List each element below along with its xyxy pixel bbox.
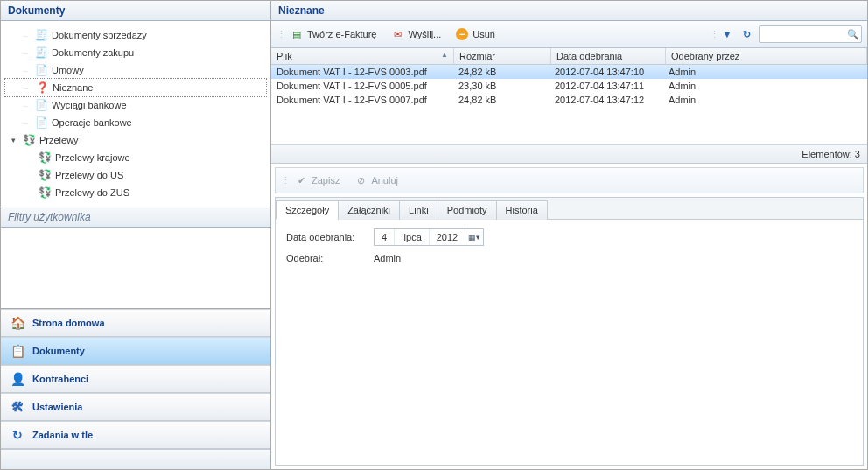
nav-label: Strona domowa	[32, 318, 105, 328]
nav-label: Kontrahenci	[32, 374, 88, 384]
tree-item[interactable]: 💱Przelewy do US	[4, 166, 267, 184]
tree-item-icon: 📄	[34, 63, 48, 77]
tree-item-label: Dokumenty sprzedaży	[52, 30, 147, 40]
send-button[interactable]: ✉ Wyślij...	[384, 25, 447, 44]
date-day[interactable]: 4	[374, 229, 395, 245]
filter-icon[interactable]: ▼	[720, 27, 734, 41]
nav-item[interactable]: 🛠Ustawienia	[1, 393, 270, 421]
create-icon: ▤	[290, 27, 304, 41]
grid-header: Plik▲ Rozmiar Data odebrania Odebrany pr…	[271, 48, 867, 65]
table-row[interactable]: Dokument VAT I - 12-FVS 0003.pdf24,82 kB…	[271, 65, 867, 79]
toolbar-grip-icon: ⋮	[276, 29, 282, 40]
nav-icon: 🏠	[10, 315, 25, 331]
tree-item-label: Przelewy krajowe	[55, 152, 130, 163]
tab-historia[interactable]: Historia	[496, 200, 548, 220]
table-cell: Admin	[663, 79, 867, 93]
tree-item-label: Wyciągi bankowe	[52, 100, 127, 110]
tree-item[interactable]: ▾💱Przelewy	[4, 131, 267, 149]
tree-item-label: Dokumenty zakupu	[52, 47, 134, 58]
delete-label: Usuń	[472, 29, 495, 39]
received-by-label: Odebrał:	[286, 253, 365, 263]
filters-title: Filtry użytkownika	[1, 207, 270, 228]
tree-item-icon: 🧾	[34, 46, 48, 60]
table-cell: 23,30 kB	[453, 79, 550, 93]
col-date[interactable]: Data odebrania	[551, 48, 666, 64]
tree-bullet-icon: …	[20, 120, 31, 125]
nav-icon: 📋	[10, 343, 25, 359]
send-icon: ✉	[390, 27, 404, 41]
cancel-button[interactable]: ⊘ Anuluj	[347, 171, 404, 190]
table-cell: Dokument VAT I - 12-FVS 0003.pdf	[271, 65, 453, 79]
tab-linki[interactable]: Linki	[399, 200, 438, 220]
tab-szczegóły[interactable]: Szczegóły	[276, 200, 339, 220]
toolbar-grip-icon: ⋮	[710, 29, 715, 40]
expand-icon[interactable]: ▾	[8, 135, 18, 145]
nav-label: Ustawienia	[32, 402, 82, 412]
save-label: Zapisz	[312, 175, 340, 186]
refresh-icon[interactable]: ↻	[739, 27, 753, 41]
date-received-label: Data odebrania:	[286, 232, 365, 242]
documents-grid: Plik▲ Rozmiar Data odebrania Odebrany pr…	[271, 48, 867, 144]
send-label: Wyślij...	[408, 29, 441, 39]
content-title: Nieznane	[271, 1, 867, 21]
nav-item[interactable]: ↻Zadania w tle	[1, 421, 270, 449]
table-cell: 2012-07-04 13:47:12	[550, 93, 663, 107]
cancel-label: Anuluj	[371, 175, 398, 186]
tree-item-icon: 💱	[38, 186, 52, 200]
tree-bullet-icon: …	[20, 102, 31, 108]
save-button[interactable]: ✔ Zapisz	[288, 171, 346, 190]
tree-item[interactable]: …🧾Dokumenty zakupu	[4, 44, 267, 61]
search-input[interactable]	[760, 29, 845, 39]
tree-item-label: Przelewy	[39, 135, 79, 145]
search-input-wrap: 🔍	[759, 25, 862, 43]
date-year[interactable]: 2012	[430, 229, 466, 245]
tree-item-icon: ❓	[35, 81, 49, 95]
tree-item-icon: 💱	[38, 168, 52, 182]
delete-button[interactable]: − Usuń	[449, 25, 501, 44]
col-file[interactable]: Plik▲	[271, 48, 454, 64]
tree-item-label: Nieznane	[52, 82, 93, 93]
nav-item[interactable]: 🏠Strona domowa	[1, 309, 270, 337]
col-size[interactable]: Rozmiar	[454, 48, 551, 64]
nav-label: Dokumenty	[32, 346, 85, 356]
search-icon[interactable]: 🔍	[845, 29, 861, 40]
tree-bullet-icon: …	[20, 67, 31, 73]
detail-toolbar: ⋮ ✔ Zapisz ⊘ Anuluj	[275, 167, 864, 193]
tree-item[interactable]: …📄Umowy	[4, 61, 267, 79]
table-row[interactable]: Dokument VAT I - 12-FVS 0005.pdf23,30 kB…	[271, 79, 867, 93]
tree-item[interactable]: …🧾Dokumenty sprzedaży	[4, 26, 267, 44]
calendar-icon[interactable]: ▦▾	[466, 233, 483, 242]
tree-item-label: Operacje bankowe	[52, 117, 132, 128]
tab-podmioty[interactable]: Podmioty	[438, 200, 497, 220]
create-einvoice-button[interactable]: ▤ Twórz e-Fakturę	[284, 25, 382, 44]
grid-footer: Elementów: 3	[271, 144, 867, 164]
tree-item[interactable]: …📄Wyciągi bankowe	[4, 96, 267, 114]
tab-załączniki[interactable]: Załączniki	[338, 200, 400, 220]
document-tree: …🧾Dokumenty sprzedaży…🧾Dokumenty zakupu……	[1, 21, 270, 207]
tree-item-icon: 📄	[34, 116, 48, 130]
nav-icon: 🛠	[10, 399, 25, 415]
col-receiver[interactable]: Odebrany przez	[666, 48, 867, 64]
toolbar-grip-icon: ⋮	[281, 175, 286, 186]
table-cell: 2012-07-04 13:47:11	[550, 79, 663, 93]
received-by-value: Admin	[374, 253, 401, 263]
nav-label: Zadania w tle	[32, 430, 93, 440]
table-cell: 24,82 kB	[453, 93, 550, 107]
nav-item[interactable]: 👤Kontrahenci	[1, 365, 270, 393]
nav-item[interactable]: 📋Dokumenty	[1, 337, 270, 365]
tree-item-label: Przelewy do US	[55, 170, 123, 180]
tab-content-szczegoly: Data odebrania: 4 lipca 2012 ▦▾ Odebrał:…	[276, 220, 863, 279]
tree-item[interactable]: 💱Przelewy krajowe	[4, 149, 267, 166]
date-picker[interactable]: 4 lipca 2012 ▦▾	[374, 228, 484, 246]
tree-item-icon: 💱	[38, 151, 52, 165]
table-row[interactable]: Dokument VAT I - 12-FVS 0007.pdf24,82 kB…	[271, 93, 867, 107]
nav-icon: 👤	[10, 371, 25, 387]
date-month[interactable]: lipca	[395, 229, 430, 245]
tree-item[interactable]: 💱Przelewy do ZUS	[4, 184, 267, 201]
tree-item[interactable]: …❓Nieznane	[4, 78, 267, 97]
table-cell: Admin	[663, 93, 867, 107]
table-cell: Dokument VAT I - 12-FVS 0007.pdf	[271, 93, 453, 107]
tree-item[interactable]: …📄Operacje bankowe	[4, 114, 267, 131]
sidebar-title: Dokumenty	[1, 1, 270, 21]
tree-item-label: Przelewy do ZUS	[55, 187, 130, 198]
